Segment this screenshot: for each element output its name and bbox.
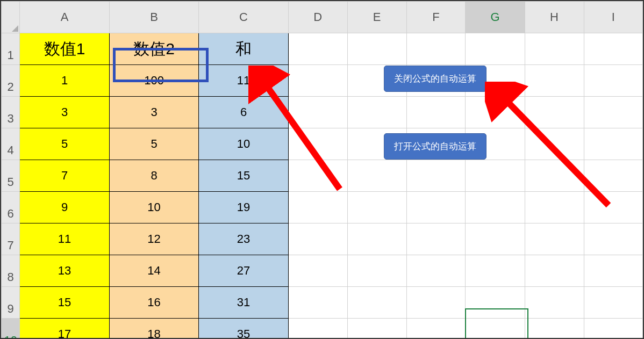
col-header-I[interactable]: I (584, 2, 642, 33)
cell-C7[interactable]: 23 (199, 223, 288, 255)
cell-F6[interactable] (406, 192, 466, 223)
cell-A6[interactable]: 9 (20, 192, 109, 223)
cell-F7[interactable] (406, 223, 466, 255)
cell-F9[interactable] (406, 287, 466, 319)
cell-C2[interactable]: 11 (199, 65, 288, 97)
cell-D2[interactable] (288, 65, 347, 97)
cell-E9[interactable] (347, 287, 406, 319)
row-header-4[interactable]: 4 (2, 128, 20, 160)
cell-C4[interactable]: 10 (199, 128, 288, 160)
cell-I10[interactable] (584, 319, 642, 340)
cell-F5[interactable] (406, 160, 466, 192)
col-header-H[interactable]: H (525, 2, 584, 33)
cell-H5[interactable] (525, 160, 584, 192)
cell-I7[interactable] (584, 223, 642, 255)
cell-F10[interactable] (406, 319, 466, 340)
cell-E5[interactable] (347, 160, 406, 192)
cell-F1[interactable] (406, 33, 466, 65)
cell-B9[interactable]: 16 (109, 287, 199, 319)
cell-B7[interactable]: 12 (109, 223, 199, 255)
cell-H9[interactable] (525, 287, 584, 319)
cell-A2[interactable]: 1 (20, 65, 109, 97)
cell-C3[interactable]: 6 (199, 97, 288, 128)
cell-E3[interactable] (347, 97, 406, 128)
cell-B2[interactable]: 100 (109, 65, 199, 97)
cell-D5[interactable] (288, 160, 347, 192)
cell-A8[interactable]: 13 (20, 255, 109, 287)
row-header-10[interactable]: 10 (2, 319, 20, 340)
cell-A10[interactable]: 17 (20, 319, 109, 340)
cell-B5[interactable]: 8 (109, 160, 199, 192)
row-header-1[interactable]: 1 (2, 33, 20, 65)
cell-F8[interactable] (406, 255, 466, 287)
row-header-6[interactable]: 6 (2, 192, 20, 223)
cell-I2[interactable] (584, 65, 642, 97)
cell-D6[interactable] (288, 192, 347, 223)
cell-C5[interactable]: 15 (199, 160, 288, 192)
select-all-corner[interactable] (2, 2, 20, 33)
cell-D8[interactable] (288, 255, 347, 287)
cell-C1[interactable]: 和 (199, 33, 288, 65)
col-header-G[interactable]: G (466, 2, 525, 33)
cell-E8[interactable] (347, 255, 406, 287)
cell-A5[interactable]: 7 (20, 160, 109, 192)
row-header-5[interactable]: 5 (2, 160, 20, 192)
cell-G6[interactable] (466, 192, 525, 223)
cell-C6[interactable]: 19 (199, 192, 288, 223)
row-header-2[interactable]: 2 (2, 65, 20, 97)
col-header-E[interactable]: E (347, 2, 406, 33)
cell-A1[interactable]: 数值1 (20, 33, 109, 65)
cell-I6[interactable] (584, 192, 642, 223)
cell-B8[interactable]: 14 (109, 255, 199, 287)
cell-A3[interactable]: 3 (20, 97, 109, 128)
cell-D1[interactable] (288, 33, 347, 65)
col-header-D[interactable]: D (288, 2, 347, 33)
cell-H10[interactable] (525, 319, 584, 340)
cell-I1[interactable] (584, 33, 642, 65)
cell-B1[interactable]: 数值2 (109, 33, 199, 65)
cell-H1[interactable] (525, 33, 584, 65)
cell-E10[interactable] (347, 319, 406, 340)
cell-C9[interactable]: 31 (199, 287, 288, 319)
cell-G8[interactable] (466, 255, 525, 287)
col-header-C[interactable]: C (199, 2, 288, 33)
cell-D9[interactable] (288, 287, 347, 319)
cell-G9[interactable] (466, 287, 525, 319)
cell-E6[interactable] (347, 192, 406, 223)
callout-enable-auto-calc[interactable]: 打开公式的自动运算 (384, 133, 486, 160)
cell-A4[interactable]: 5 (20, 128, 109, 160)
cell-H2[interactable] (525, 65, 584, 97)
row-header-7[interactable]: 7 (2, 223, 20, 255)
callout-disable-auto-calc[interactable]: 关闭公式的自动运算 (384, 66, 486, 92)
cell-D3[interactable] (288, 97, 347, 128)
cell-B6[interactable]: 10 (109, 192, 199, 223)
cell-I8[interactable] (584, 255, 642, 287)
cell-C10[interactable]: 35 (199, 319, 288, 340)
cell-I9[interactable] (584, 287, 642, 319)
cell-A7[interactable]: 11 (20, 223, 109, 255)
cell-C8[interactable]: 27 (199, 255, 288, 287)
cell-H6[interactable] (525, 192, 584, 223)
spreadsheet-grid[interactable]: A B C D E F G H I 1 数值1 数值2 和 2 1 100 11… (1, 1, 643, 339)
col-header-F[interactable]: F (406, 2, 466, 33)
cell-D10[interactable] (288, 319, 347, 340)
cell-H7[interactable] (525, 223, 584, 255)
cell-A9[interactable]: 15 (20, 287, 109, 319)
cell-G3[interactable] (466, 97, 525, 128)
cell-H3[interactable] (525, 97, 584, 128)
cell-D4[interactable] (288, 128, 347, 160)
cell-G10[interactable] (466, 319, 525, 340)
cell-B4[interactable]: 5 (109, 128, 199, 160)
cell-G5[interactable] (466, 160, 525, 192)
row-header-3[interactable]: 3 (2, 97, 20, 128)
row-header-8[interactable]: 8 (2, 255, 20, 287)
cell-B3[interactable]: 3 (109, 97, 199, 128)
row-header-9[interactable]: 9 (2, 287, 20, 319)
cell-E7[interactable] (347, 223, 406, 255)
cell-E1[interactable] (347, 33, 406, 65)
cell-H4[interactable] (525, 128, 584, 160)
col-header-A[interactable]: A (20, 2, 109, 33)
cell-F3[interactable] (406, 97, 466, 128)
cell-G7[interactable] (466, 223, 525, 255)
cell-B10[interactable]: 18 (109, 319, 199, 340)
